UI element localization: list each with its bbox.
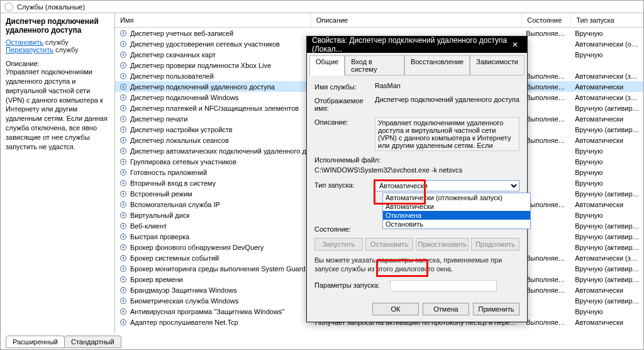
svc-name: Диспетчер учетных веб-записей	[130, 30, 233, 37]
svg-point-49	[123, 289, 125, 291]
svg-point-47	[123, 278, 125, 280]
svg-point-17	[123, 118, 125, 120]
svc-start: Вручную (активиров	[571, 233, 643, 240]
svc-start: Вручную	[571, 51, 643, 59]
disp-name-label: Отображаемое имя:	[314, 96, 375, 112]
selected-service-title: Диспетчер подключений удаленного доступа	[6, 17, 109, 35]
start-button[interactable]: Запустить	[314, 238, 363, 251]
gear-icon	[119, 189, 128, 198]
gear-icon	[119, 296, 128, 305]
gear-icon	[119, 243, 128, 252]
close-icon[interactable]: ✕	[508, 40, 522, 49]
cancel-button[interactable]: Отмена	[423, 303, 469, 315]
svc-name: Готовность приложений	[130, 169, 207, 176]
desc-heading: Описание:	[6, 60, 109, 67]
gear-icon	[119, 147, 128, 155]
opt-disabled[interactable]: Отключена	[383, 211, 530, 220]
svg-point-13	[123, 96, 125, 98]
svc-start: Вручную (активиров	[571, 276, 643, 283]
startup-dropdown: Автоматически (отложенный запуск) Автома…	[382, 193, 531, 229]
header-state[interactable]: Состояние	[522, 13, 571, 27]
svc-start: Вручную (активиров	[571, 297, 643, 305]
svg-point-11	[123, 86, 125, 88]
svc-start: Вручную	[571, 308, 643, 315]
tab-logon[interactable]: Вход в систему	[345, 55, 404, 76]
gear-icon	[119, 211, 128, 220]
gear-icon	[119, 136, 128, 145]
gear-icon	[119, 318, 128, 327]
restart-link[interactable]: Перезапустить	[6, 46, 53, 54]
tab-extended[interactable]: Расширенный	[6, 336, 65, 348]
svc-state: Выполняется	[522, 30, 571, 37]
svg-point-37	[123, 225, 125, 227]
opt-delayed[interactable]: Автоматически (отложенный запуск)	[383, 193, 530, 202]
svc-name: Вспомогательная служба IP	[130, 201, 220, 208]
tab-dependencies[interactable]: Зависимости	[470, 55, 525, 76]
svg-point-43	[123, 257, 125, 259]
header-start[interactable]: Тип запуска	[571, 13, 643, 27]
svg-point-29	[123, 182, 125, 184]
svc-start: Вручную (активиров	[571, 126, 643, 133]
svc-start: Автоматически	[571, 201, 643, 208]
svc-name: Диспетчер платежей и NFC/защищенных элем…	[130, 104, 299, 112]
gear-icon	[119, 115, 128, 123]
svc-name: Биометрическая служба Windows	[130, 297, 239, 305]
svc-name: Диспетчер удостоверения сетевых участник…	[130, 40, 280, 48]
svg-point-9	[123, 75, 125, 77]
resume-button[interactable]: Продолжить	[471, 238, 519, 251]
pause-button[interactable]: Приостановить	[416, 238, 469, 251]
tab-general[interactable]: Общие	[309, 55, 345, 76]
svc-name: Диспетчер локальных сеансов	[130, 137, 229, 144]
svc-start: Вручную (активиров	[571, 244, 643, 251]
params-input[interactable]	[390, 280, 497, 291]
svc-name: Брокер фонового обнаружения DevQuery	[130, 244, 264, 251]
svc-name: Диспетчер печати	[130, 115, 187, 123]
stop-link[interactable]: Остановить	[6, 38, 43, 46]
header-desc[interactable]: Описание	[311, 13, 523, 27]
opt-stop[interactable]: Остановить	[383, 220, 530, 229]
svg-point-31	[123, 193, 125, 195]
header-name[interactable]: Имя	[115, 13, 311, 27]
gear-icon	[119, 72, 128, 81]
startup-label: Тип запуска:	[314, 180, 375, 189]
svg-point-19	[123, 128, 125, 130]
svc-start: Автоматически	[571, 83, 643, 91]
svg-point-41	[123, 246, 125, 248]
tab-standard[interactable]: Стандартный	[64, 336, 121, 348]
startup-select[interactable]: Автоматически	[375, 180, 519, 191]
svc-name-label: Имя службы:	[314, 82, 375, 91]
gear-icon	[119, 307, 128, 316]
gear-icon	[119, 286, 128, 295]
gear-icon	[119, 104, 128, 113]
svc-state: Выполняется	[522, 115, 571, 123]
ok-button[interactable]: ОК	[372, 303, 419, 315]
gear-icon	[119, 40, 128, 48]
svc-state: Выполняется	[522, 254, 571, 262]
exe-label: Исполняемый файл:	[314, 156, 519, 164]
tab-recovery[interactable]: Восстановление	[404, 55, 470, 76]
apply-button[interactable]: Применить	[473, 303, 519, 315]
desc-box[interactable]: Управляет подключениями удаленного досту…	[375, 117, 519, 151]
disp-name-value: Диспетчер подключений удаленного доступа	[375, 96, 519, 103]
svc-name: Антивирусная программа "Защитника Window…	[130, 308, 284, 315]
svc-start: Вручную (активиров	[571, 222, 643, 230]
svc-name-value: RasMan	[375, 82, 519, 89]
svc-name: Диспетчер подключений Windows	[130, 94, 238, 101]
gear-icon	[119, 200, 128, 209]
svc-state: Выполняется	[522, 286, 571, 294]
stop-button[interactable]: Остановить	[365, 238, 414, 251]
gear-icon	[119, 264, 128, 273]
svc-start: Вручную	[571, 147, 643, 155]
svg-point-53	[123, 310, 125, 312]
svc-name: Диспетчер пользователей	[130, 72, 214, 80]
svc-start: Вручную (активиров	[571, 104, 643, 112]
svc-name: Диспетчер проверки подлинности Xbox Live	[130, 62, 271, 69]
svg-point-51	[123, 300, 125, 302]
svc-name: Вторичный вход в систему	[130, 179, 216, 187]
svc-state: Выполняется	[522, 319, 571, 326]
opt-auto[interactable]: Автоматически	[383, 202, 530, 211]
svg-point-39	[123, 235, 125, 237]
svc-name: Веб-клиент	[130, 222, 167, 230]
svc-state: Выполняется	[522, 276, 571, 283]
svg-point-1	[123, 32, 125, 34]
